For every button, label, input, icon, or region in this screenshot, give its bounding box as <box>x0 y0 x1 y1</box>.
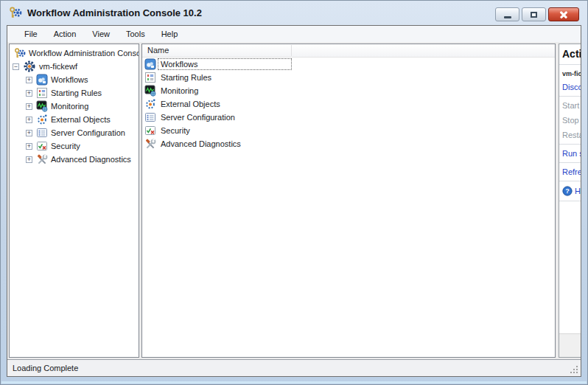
menu-file[interactable]: File <box>16 27 46 41</box>
tree-node-security[interactable]: + Security <box>10 139 139 153</box>
separator <box>559 64 581 65</box>
status-text: Loading Complete <box>13 364 78 372</box>
client-area: FileActionViewToolsHelp Workflow Adminis… <box>7 25 581 377</box>
tree-panel[interactable]: Workflow Administration Console 10.2 − v… <box>9 44 139 358</box>
tree-node-starting-rules[interactable]: + Starting Rules <box>10 86 139 100</box>
list-item-label: Server Configuration <box>158 111 238 123</box>
action-label: Help <box>575 187 581 195</box>
action-restart-service: Restart Service <box>559 128 581 142</box>
minimize-icon <box>504 16 511 18</box>
workspace: Workflow Administration Console 10.2 − v… <box>7 42 581 359</box>
tree-node-label: Workflows <box>51 75 88 84</box>
action-label: Restart Service <box>562 131 581 139</box>
window-controls <box>495 7 579 21</box>
tree-node-external-objects[interactable]: + External Objects <box>10 113 139 126</box>
list-item-starting-rules[interactable]: Starting Rules <box>142 71 555 84</box>
list-item-label: Monitoring <box>158 85 201 97</box>
column-divider[interactable] <box>291 45 292 56</box>
tree-node-monitoring[interactable]: + Monitoring <box>10 100 139 113</box>
tree-node-advanced-diagnostics[interactable]: + Advanced Diagnostics <box>10 153 139 166</box>
separator <box>559 162 581 163</box>
security-icon <box>36 140 48 152</box>
monitoring-icon <box>144 85 156 97</box>
action-label: Run service <box>562 149 581 158</box>
list-item-label: Security <box>158 125 193 136</box>
list-item-label: Starting Rules <box>158 72 214 83</box>
list-body: Workflows Starting Rules Monitoring Exte… <box>142 58 555 150</box>
app-icon <box>9 6 22 19</box>
separator <box>559 181 581 181</box>
actions-panel[interactable]: Actions vm-fickewf DisconnectStart Servi… <box>559 44 581 358</box>
advanced-diagnostics-icon <box>36 153 48 165</box>
tree-node-root[interactable]: Workflow Administration Console 10.2 <box>10 46 139 60</box>
tree-node-label: Workflow Administration Console 10.2 <box>29 49 139 58</box>
expand-toggle-icon[interactable]: + <box>26 143 32 150</box>
action-run-service[interactable]: Run service <box>559 146 581 161</box>
monitoring-icon <box>36 100 48 112</box>
titlebar[interactable]: Workflow Administration Console 10.2 <box>1 1 587 25</box>
actions-pane-title: Actions <box>559 44 581 63</box>
starting-rules-icon <box>144 72 156 83</box>
menu-view[interactable]: View <box>84 27 118 41</box>
action-disconnect[interactable]: Disconnect <box>559 80 581 94</box>
list-item-external-objects[interactable]: External Objects <box>142 97 555 111</box>
tree-node-label: Starting Rules <box>51 89 102 97</box>
list-item-label: Workflows <box>158 58 292 70</box>
server-configuration-icon <box>36 127 48 139</box>
close-button[interactable] <box>548 7 579 21</box>
expand-toggle-icon[interactable]: + <box>26 156 32 163</box>
column-header-name[interactable]: Name <box>142 44 555 58</box>
external-objects-icon <box>144 98 156 110</box>
column-header-label: Name <box>147 46 169 55</box>
list-item-security[interactable]: Security <box>142 124 555 137</box>
window-title: Workflow Administration Console 10.2 <box>27 7 202 18</box>
list-item-workflows[interactable]: Workflows <box>142 58 555 71</box>
list-item-monitoring[interactable]: Monitoring <box>142 84 555 97</box>
tree-node-label: Advanced Diagnostics <box>51 155 131 164</box>
tree-node-label: Monitoring <box>51 102 88 111</box>
maximize-button[interactable] <box>522 7 546 21</box>
tree-node-workflows[interactable]: + Workflows <box>10 73 139 86</box>
collapse-toggle-icon[interactable]: − <box>13 63 19 70</box>
help-icon: ? <box>562 186 573 196</box>
separator <box>559 96 581 97</box>
tree-node-label: vm-fickewf <box>39 62 77 71</box>
svg-text:?: ? <box>565 187 570 195</box>
server-gear-icon <box>23 60 36 73</box>
expand-toggle-icon[interactable]: + <box>26 117 32 123</box>
expand-toggle-icon[interactable]: + <box>26 90 32 97</box>
statusbar: Loading Complete <box>7 359 581 376</box>
action-label: Refresh <box>562 167 581 176</box>
expand-toggle-icon[interactable]: + <box>26 130 32 136</box>
action-help[interactable]: ?Help <box>559 183 581 199</box>
tree-node-label: Security <box>51 142 80 150</box>
window-frame: Workflow Administration Console 10.2 Fil… <box>0 0 588 385</box>
menu-tools[interactable]: Tools <box>118 27 153 41</box>
list-item-advanced-diagnostics[interactable]: Advanced Diagnostics <box>142 137 555 150</box>
menubar: FileActionViewToolsHelp <box>7 26 581 42</box>
expand-toggle-icon[interactable]: + <box>26 103 32 110</box>
maximize-icon <box>531 12 537 18</box>
action-label: Disconnect <box>562 83 581 91</box>
actions-context-label: vm-fickewf <box>559 66 581 80</box>
actions-scrollbar[interactable] <box>559 333 581 357</box>
list-item-server-configuration[interactable]: Server Configuration <box>142 111 555 124</box>
expand-toggle-icon[interactable]: + <box>26 77 32 83</box>
list-item-label: External Objects <box>158 98 223 110</box>
action-refresh[interactable]: Refresh <box>559 164 581 179</box>
workflows-icon <box>36 74 48 86</box>
menu-action[interactable]: Action <box>46 27 85 41</box>
list-item-label: Advanced Diagnostics <box>158 138 244 150</box>
security-icon <box>144 125 156 136</box>
minimize-button[interactable] <box>495 7 519 21</box>
resize-grip-icon[interactable] <box>570 365 579 375</box>
actions-list: DisconnectStart ServiceStop ServiceResta… <box>559 80 581 201</box>
list-panel[interactable]: Name Workflows Starting Rules Monitoring… <box>141 44 556 358</box>
tree-node-label: Server Configuration <box>51 128 125 137</box>
tree-node-server[interactable]: − vm-fickewf <box>10 60 139 73</box>
action-start-service: Start Service <box>559 98 581 113</box>
menu-help[interactable]: Help <box>153 27 186 41</box>
tree-node-label: External Objects <box>51 115 111 124</box>
server-configuration-icon <box>144 111 156 123</box>
tree-node-server-configuration[interactable]: + Server Configuration <box>10 126 139 139</box>
